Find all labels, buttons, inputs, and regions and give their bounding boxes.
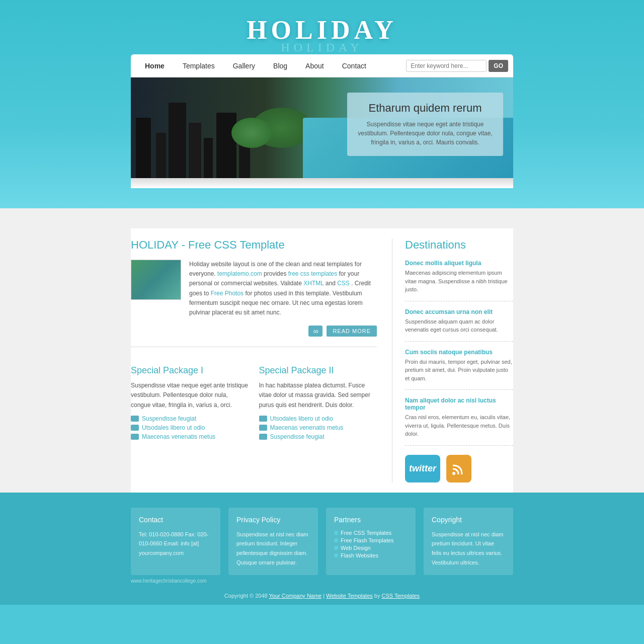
destination-1: Donec mollis aliquet ligula Maecenas adi… [405, 260, 513, 301]
footer-link-2: Free Flash Templates [334, 537, 408, 543]
list-icon [131, 434, 139, 440]
nav-links: Home Templates Gallery Blog About Contac… [136, 56, 406, 76]
footer-copyright: Copyright Suspendisse at nisl nec diam p… [424, 508, 513, 576]
search-button[interactable]: GO [489, 60, 508, 72]
footer-columns: Contact Tel: 010-020-0880 Fax: 020-010-0… [131, 508, 513, 576]
templatemo-link[interactable]: templatemo.com [217, 270, 262, 277]
nav-gallery[interactable]: Gallery [224, 56, 264, 76]
link-dot [334, 553, 338, 557]
package-2-desc: In hac habitasse platea dictumst. Fusce … [259, 381, 377, 410]
package-2-list: Utsodales libero ut odio Maecenas venena… [259, 415, 377, 440]
link-dot [334, 538, 338, 542]
list-icon [259, 425, 267, 431]
partner-link-1[interactable]: Free CSS Templates [341, 530, 391, 536]
dest-3-title[interactable]: Cum sociis natoque penatibus [405, 349, 513, 356]
footer-contact-text: Tel: 010-020-0880 Fax: 020-010-0660 Emai… [139, 530, 212, 558]
rss-icon[interactable] [446, 455, 471, 482]
footer-link-4: Flash Websites [334, 552, 408, 558]
list-item: Maecenas venenatis metus [259, 424, 377, 431]
css-templates-link[interactable]: CSS Templates [382, 593, 420, 599]
list-icon [131, 416, 139, 422]
footer-privacy-text: Suspendisse at nisl nec diam pretium tin… [236, 530, 310, 568]
nav-about[interactable]: About [296, 56, 333, 76]
package-1-title: Special Package I [131, 365, 249, 376]
svg-point-0 [452, 472, 455, 475]
package-1: Special Package I Suspendisse vitae nequ… [131, 365, 249, 442]
partner-link-2[interactable]: Free Flash Templates [341, 537, 394, 543]
about-content: Holiday website layout is one of the cle… [131, 260, 377, 317]
nav-templates[interactable]: Templates [174, 56, 224, 76]
right-column: Destinations Donec mollis aliquet ligula… [392, 238, 513, 482]
footer-copyright-text: Suspendisse at nisl nec diam pretium tin… [432, 530, 505, 568]
dest-1-title[interactable]: Donec mollis aliquet ligula [405, 260, 513, 267]
search-form: GO [406, 60, 508, 72]
dest-1-desc: Maecenas adipiscing elementum ipsum vita… [405, 269, 513, 294]
link-dot [334, 531, 338, 535]
read-more-button[interactable]: READ MORE [327, 326, 377, 337]
dest-4-desc: Cras nisl eros, elementum eu, iaculis vi… [405, 413, 513, 438]
list-item: Utsodales libero ut odio [259, 415, 377, 422]
twitter-logo: twitter [409, 463, 436, 474]
footer-privacy: Privacy Policy Suspendisse at nisl nec d… [228, 508, 318, 576]
hero-title: Etharum quidem rerum [357, 102, 493, 115]
footer-link-3: Web Design [334, 545, 408, 551]
about-image [131, 260, 181, 300]
hero-banner: Etharum quidem rerum Suspendisse vitae n… [131, 77, 513, 178]
footer-contact-title: Contact [139, 516, 212, 524]
list-icon [259, 416, 267, 422]
dest-2-title[interactable]: Donec accumsan urna non elit [405, 308, 513, 315]
package-2-title: Special Package II [259, 365, 377, 376]
search-input[interactable] [406, 60, 487, 72]
website-templates-link[interactable]: Website Templates [326, 593, 373, 599]
nav-home[interactable]: Home [136, 56, 174, 76]
footer-copyright-title: Copyright [432, 516, 505, 524]
footer-partners: Partners Free CSS Templates Free Flash T… [326, 508, 416, 576]
xhtml-link[interactable]: XHTML [303, 280, 324, 287]
dest-3-desc: Proin dui mauris, tempor eget, pulvinar … [405, 358, 513, 383]
link-dot [334, 546, 338, 550]
list-item: Maecenas venenatis metus [131, 433, 249, 440]
left-column: HOLIDAY - Free CSS Template Holiday webs… [131, 238, 392, 482]
footer-privacy-title: Privacy Policy [236, 516, 310, 524]
dest-4-title[interactable]: Nam aliquet dolor ac nisl luctus tempor [405, 397, 513, 411]
social-icons: twitter [405, 455, 513, 482]
main-content: HOLIDAY - Free CSS Template Holiday webs… [0, 208, 644, 605]
footer-watermark: www.heritagechristiancollege.com [131, 575, 513, 587]
partner-link-4[interactable]: Flash Websites [341, 552, 378, 558]
package-2: Special Package II In hac habitasse plat… [259, 365, 377, 442]
footer-link-1: Free CSS Templates [334, 530, 408, 536]
footer: Contact Tel: 010-020-0880 Fax: 020-010-0… [0, 493, 644, 605]
destination-4: Nam aliquet dolor ac nisl luctus tempor … [405, 397, 513, 446]
free-photos-link[interactable]: Free Photos [211, 290, 244, 297]
site-title-reflection: HOLIDAY [0, 41, 644, 54]
company-link[interactable]: Your Company Name [269, 593, 321, 599]
destination-2: Donec accumsan urna non elit Suspendisse… [405, 308, 513, 342]
destinations-title: Destinations [405, 238, 513, 252]
footer-bottom: Copyright © 2048 Your Company Name | Web… [131, 587, 513, 605]
package-1-list: Suspendisse feugiat Utsodales libero ut … [131, 415, 249, 440]
list-icon [259, 434, 267, 440]
dest-2-desc: Suspendisse aliquam quam ac dolor venena… [405, 317, 513, 334]
rss-svg [451, 461, 466, 476]
read-more-container: ∞ READ MORE [131, 326, 377, 337]
partner-link-3[interactable]: Web Design [341, 545, 371, 551]
destination-3: Cum sociis natoque penatibus Proin dui m… [405, 349, 513, 390]
divider [131, 347, 377, 347]
footer-contact: Contact Tel: 010-020-0880 Fax: 020-010-0… [131, 508, 220, 576]
about-section-title: HOLIDAY - Free CSS Template [131, 238, 377, 252]
list-icon [131, 425, 139, 431]
footer-partners-title: Partners [334, 516, 408, 524]
list-item: Suspendisse feugiat [259, 433, 377, 440]
css-link[interactable]: CSS [337, 280, 350, 287]
footer-container: Contact Tel: 010-020-0880 Fax: 020-010-0… [131, 508, 513, 605]
about-text: Holiday website layout is one of the cle… [189, 260, 377, 317]
free-css-link[interactable]: free css templates [288, 270, 337, 277]
packages-section: Special Package I Suspendisse vitae nequ… [131, 355, 377, 452]
nav-contact[interactable]: Contact [333, 56, 375, 76]
hero-text-box: Etharum quidem rerum Suspendisse vitae n… [347, 93, 503, 156]
twitter-icon[interactable]: twitter [405, 455, 440, 482]
nav-blog[interactable]: Blog [264, 56, 296, 76]
hero-shadow [131, 178, 513, 188]
hero-description: Suspendisse vitae neque eget ante tristi… [357, 120, 493, 147]
list-item: Suspendisse feugiat [131, 415, 249, 422]
